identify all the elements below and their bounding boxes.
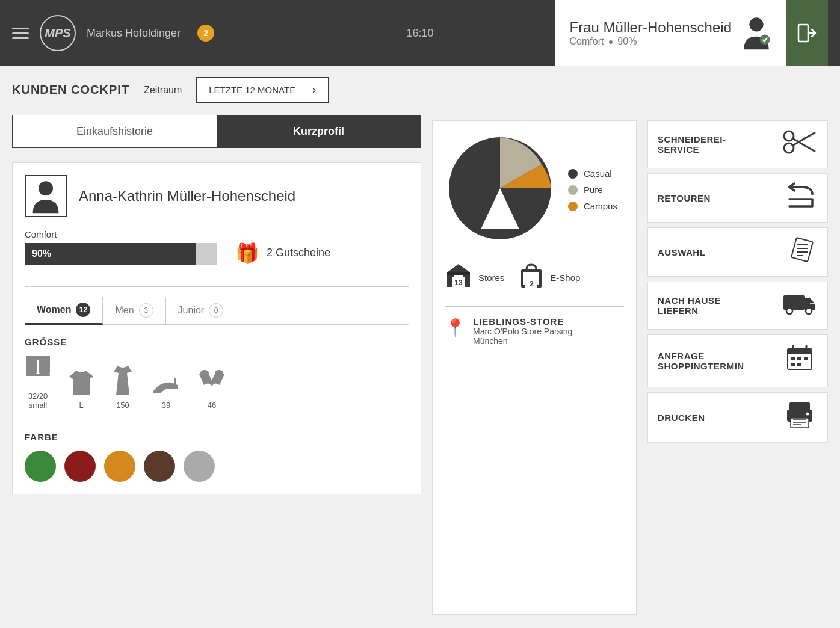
eshop-count-badge: 2 xyxy=(525,280,537,288)
retouren-label: RETOUREN xyxy=(658,193,782,203)
return-arrow-icon xyxy=(782,182,818,214)
chart-legend: Casual Pure Campus xyxy=(568,168,617,211)
nachhause-label: NACH HAUSELIEFERN xyxy=(658,295,782,316)
svg-rect-31 xyxy=(788,354,811,369)
color-dot-grey xyxy=(184,451,215,482)
svg-rect-38 xyxy=(797,363,801,366)
center-panel: Casual Pure Campus xyxy=(432,120,637,615)
legend-dot-pure xyxy=(568,185,578,195)
svg-point-9 xyxy=(200,370,209,376)
grosse-title: GRÖSSE xyxy=(25,337,409,347)
junior-badge: 0 xyxy=(209,303,223,318)
notification-badge[interactable]: 2 xyxy=(197,25,214,42)
left-panel: KUNDEN COCKPIT Zeitraum LETZTE 12 MONATE… xyxy=(12,77,421,615)
svg-rect-7 xyxy=(26,356,50,360)
color-dot-orange xyxy=(104,451,135,482)
size-label-heel: 39 xyxy=(162,401,170,410)
svg-point-3 xyxy=(39,181,53,195)
truck-icon xyxy=(782,292,818,319)
store-icon: 13 xyxy=(445,262,472,294)
cat-tab-men[interactable]: Men 3 xyxy=(103,297,165,324)
svg-rect-13 xyxy=(447,272,470,275)
legend-campus: Campus xyxy=(568,201,617,211)
svg-point-1 xyxy=(760,34,770,45)
zeitraum-select[interactable]: LETZTE 12 MONATE › xyxy=(196,77,329,103)
eshop-label: E-Shop xyxy=(550,272,580,283)
tag-icon xyxy=(782,236,818,268)
customer-info-box: Frau Müller-Hohenscheid Comfort 90% xyxy=(555,0,786,66)
cat-tab-junior[interactable]: Junior 0 xyxy=(166,297,236,324)
svg-point-28 xyxy=(806,308,812,314)
color-dot-brown xyxy=(144,451,175,482)
drucken-label: DRUCKEN xyxy=(658,413,782,423)
lieblings-details: LIEBLINGS-STORE Marc O'Polo Store Parsin… xyxy=(473,316,572,346)
grosse-section: GRÖSSE 32/20small xyxy=(25,337,409,410)
right-sidebar: SCHNEIDEREI-SERVICE RETOUREN xyxy=(647,120,828,615)
legend-pure: Pure xyxy=(568,185,617,195)
tab-einkaufshistorie[interactable]: Einkaufshistorie xyxy=(13,115,217,147)
anfrage-label: ANFRAGESHOPPINGTERMIN xyxy=(658,351,782,371)
svg-line-19 xyxy=(792,138,815,152)
kunden-header: KUNDEN COCKPIT Zeitraum LETZTE 12 MONATE… xyxy=(12,77,421,103)
farbe-title: FARBE xyxy=(25,432,409,442)
cat-tab-women[interactable]: Women 12 xyxy=(25,297,103,325)
svg-rect-26 xyxy=(783,295,805,310)
nachhause-button[interactable]: NACH HAUSELIEFERN xyxy=(647,282,828,330)
schneiderei-label: SCHNEIDEREI-SERVICE xyxy=(658,134,782,155)
size-item-swimsuit: 46 xyxy=(198,369,226,410)
size-item-heel: 39 xyxy=(151,372,181,410)
stores-count-badge: 13 xyxy=(452,277,465,289)
svg-point-0 xyxy=(749,17,763,31)
logo: MPS xyxy=(40,15,76,51)
clock: 16:10 xyxy=(406,27,433,40)
chevron-right-icon: › xyxy=(312,84,316,96)
tab-kurzprofil[interactable]: Kurzprofil xyxy=(217,115,421,147)
stores-item: 13 Stores xyxy=(445,262,504,294)
zeitraum-label: Zeitraum xyxy=(144,85,182,96)
profile-card: Anna-Kathrin Müller-Hohenscheid Comfort … xyxy=(12,162,421,494)
legend-dot-campus xyxy=(568,202,578,211)
size-label-pants: 32/20small xyxy=(28,392,48,410)
tab-bar: Einkaufshistorie Kurzprofil xyxy=(12,115,421,148)
auswahl-button[interactable]: AUSWAHL xyxy=(647,227,828,277)
profile-header: Anna-Kathrin Müller-Hohenscheid xyxy=(25,175,409,217)
size-label-swimsuit: 46 xyxy=(208,401,216,410)
color-dot-red xyxy=(64,451,96,482)
pie-chart-container: Casual Pure Campus xyxy=(445,133,624,247)
logout-button[interactable] xyxy=(786,0,828,66)
farbe-section: FARBE xyxy=(25,432,409,482)
lieblings-store-city: München xyxy=(473,336,572,346)
svg-rect-35 xyxy=(797,357,801,360)
comfort-label: Comfort xyxy=(25,229,217,239)
calendar-icon xyxy=(782,343,818,378)
scissors-icon xyxy=(782,130,818,159)
drucken-button[interactable]: DRUCKEN xyxy=(647,392,828,443)
size-item-pants: 32/20small xyxy=(25,356,51,410)
svg-rect-6 xyxy=(26,374,50,376)
svg-line-18 xyxy=(792,132,815,146)
size-items: 32/20small L 150 xyxy=(25,356,409,410)
retouren-button[interactable]: RETOUREN xyxy=(647,173,828,223)
color-dot-green xyxy=(25,451,56,482)
hamburger-menu[interactable] xyxy=(12,28,29,39)
avatar-top xyxy=(741,18,771,48)
stores-label: Stores xyxy=(478,272,504,283)
size-label-dress: 150 xyxy=(116,401,129,410)
eshop-icon: 2 xyxy=(519,261,544,294)
divider2 xyxy=(25,422,409,422)
lieblings-section: 📍 LIEBLINGS-STORE Marc O'Polo Store Pars… xyxy=(445,316,624,346)
top-bar-right: Frau Müller-Hohenscheid Comfort 90% xyxy=(555,0,828,66)
svg-rect-34 xyxy=(791,357,795,360)
size-label-shirt: L xyxy=(79,401,83,410)
anfrage-button[interactable]: ANFRAGESHOPPINGTERMIN xyxy=(647,334,828,387)
customer-status: Comfort 90% xyxy=(570,36,732,47)
svg-rect-36 xyxy=(804,357,808,360)
customer-name: Frau Müller-Hohenscheid xyxy=(570,19,732,36)
schneiderei-button[interactable]: SCHNEIDEREI-SERVICE xyxy=(647,120,828,168)
gutscheine-section: 🎁 2 Gutscheine xyxy=(235,242,330,265)
svg-point-10 xyxy=(215,370,223,376)
size-item-dress: 150 xyxy=(111,365,134,410)
svg-point-45 xyxy=(806,413,809,416)
eshop-item: 2 E-Shop xyxy=(519,261,580,294)
auswahl-label: AUSWAHL xyxy=(658,247,782,257)
